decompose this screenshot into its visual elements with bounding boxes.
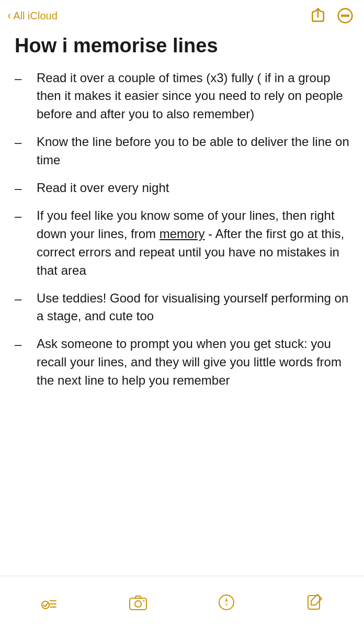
top-bar: ‹ All iCloud xyxy=(0,0,364,29)
svg-rect-8 xyxy=(130,598,146,610)
list-item: – Ask someone to prompt you when you get… xyxy=(15,335,349,389)
svg-point-3 xyxy=(347,15,349,17)
bullet-dash: – xyxy=(15,289,37,308)
camera-icon xyxy=(129,593,147,611)
list-item: – Read it over a couple of times (x3) fu… xyxy=(15,69,349,124)
bottom-toolbar xyxy=(0,576,364,628)
bullet-dash: – xyxy=(15,69,37,88)
bullet-dash: – xyxy=(15,133,37,152)
more-icon xyxy=(337,7,354,24)
list-item: – Know the line before you to be able to… xyxy=(15,133,349,170)
list-item: – Read it over every night xyxy=(15,179,349,198)
edit-icon xyxy=(306,593,324,611)
note-title: How i memorise lines xyxy=(15,35,349,58)
svg-point-9 xyxy=(135,601,141,607)
share-icon xyxy=(310,7,326,24)
compass-icon xyxy=(218,593,235,611)
back-button[interactable]: ‹ All iCloud xyxy=(7,10,58,22)
checklist-icon xyxy=(40,593,58,611)
bullet-list: – Read it over a couple of times (x3) fu… xyxy=(15,69,349,390)
back-chevron-icon: ‹ xyxy=(7,10,11,21)
memory-underlined: memory xyxy=(160,227,205,241)
bullet-dash: – xyxy=(15,207,37,226)
list-item: – Use teddies! Good for visualising your… xyxy=(15,289,349,326)
bullet-dash: – xyxy=(15,179,37,198)
bullet-text: Use teddies! Good for visualising yourse… xyxy=(37,289,349,326)
svg-marker-12 xyxy=(225,598,228,602)
bullet-dash: – xyxy=(15,335,37,354)
compass-button[interactable] xyxy=(218,593,235,611)
svg-point-11 xyxy=(219,595,234,610)
bullet-text-rich: If you feel like you know some of your l… xyxy=(37,207,349,279)
more-button[interactable] xyxy=(337,7,354,24)
note-content: How i memorise lines – Read it over a co… xyxy=(0,29,364,576)
camera-button[interactable] xyxy=(129,593,147,611)
svg-point-2 xyxy=(345,15,346,17)
list-item: – If you feel like you know some of your… xyxy=(15,207,349,279)
svg-marker-13 xyxy=(225,602,228,607)
bullet-text: Read it over a couple of times (x3) full… xyxy=(37,69,349,124)
back-label: All iCloud xyxy=(13,10,57,22)
svg-point-10 xyxy=(143,600,144,601)
bullet-text: Read it over every night xyxy=(37,179,349,197)
bullet-text: Ask someone to prompt you when you get s… xyxy=(37,335,349,389)
checklist-button[interactable] xyxy=(40,593,58,611)
edit-button[interactable] xyxy=(306,593,324,611)
bullet-text: Know the line before you to be able to d… xyxy=(37,133,349,170)
share-button[interactable] xyxy=(310,7,326,24)
top-bar-right xyxy=(310,7,354,24)
svg-point-1 xyxy=(342,15,343,17)
